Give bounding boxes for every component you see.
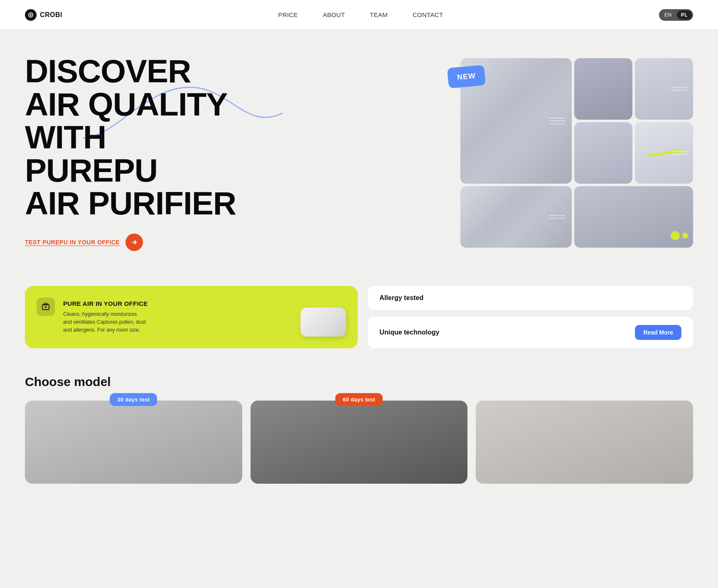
logo-icon [25, 9, 37, 21]
grid-cell-bottom-right [574, 186, 693, 248]
orb-large [671, 231, 680, 240]
svg-rect-3 [44, 303, 47, 305]
grid-cell-bottom-left [460, 186, 572, 248]
nav-links: PRICE ABOUT TEAM CONTACT [278, 11, 443, 19]
grid-cell-mid-right [635, 122, 693, 184]
hero-cta-text[interactable]: TEST PUREPU IN YOUR OFFICE [25, 239, 120, 246]
feature-cards-right: Allergy tested Unique technology Read Mo… [368, 286, 693, 348]
features-section: PURE AIR IN YOUR OFFICE Cleans, hygienic… [0, 276, 718, 358]
orb-decoration [671, 231, 688, 240]
lang-pl-button[interactable]: PL [677, 10, 692, 20]
nav-price[interactable]: PRICE [278, 11, 298, 18]
cell-lines-4 [549, 215, 566, 219]
cta-arrow-button[interactable] [125, 234, 143, 251]
logo[interactable]: CROBI [25, 9, 62, 21]
svg-point-1 [30, 14, 32, 16]
grid-cell-top-right [635, 58, 693, 120]
feature-card-green: PURE AIR IN YOUR OFFICE Cleans, hygienic… [25, 286, 358, 348]
allergy-label: Allergy tested [379, 294, 423, 302]
office-icon [41, 302, 50, 311]
nav-about[interactable]: ABOUT [323, 11, 345, 18]
new-badge: NEW [447, 65, 486, 89]
hero-cta: TEST PUREPU IN YOUR OFFICE [25, 234, 241, 251]
choose-model-section: Choose model 30 days test 60 days test [0, 358, 718, 484]
feature-desc: Cleans, hygienically moisturizes and ven… [63, 310, 146, 334]
hero-section: DISCOVERAIR QUALITYWITH PUREPUAIR PURIFI… [0, 30, 718, 276]
cell-lines [549, 118, 566, 124]
model-card-3[interactable] [476, 401, 693, 484]
grid-cell-mid-mid [574, 122, 632, 184]
lang-en-button[interactable]: EN [660, 10, 676, 20]
grid-cell-top-mid [574, 58, 632, 120]
purifier-shape [300, 308, 346, 337]
tech-label: Unique technology [379, 329, 439, 336]
nav-contact[interactable]: CONTACT [413, 11, 443, 18]
logo-text: CROBI [40, 11, 62, 19]
allergy-card: Allergy tested [368, 286, 693, 310]
navbar: CROBI PRICE ABOUT TEAM CONTACT EN PL [0, 0, 718, 30]
model-card-2[interactable]: 60 days test [251, 401, 468, 484]
orb-small [682, 233, 688, 239]
cell-lines-3 [671, 151, 687, 155]
choose-title: Choose model [25, 375, 693, 389]
tech-card: Unique technology Read More [368, 317, 693, 348]
language-switcher: EN PL [659, 9, 693, 21]
product-image-grid [460, 58, 693, 248]
feature-title: PURE AIR IN YOUR OFFICE [63, 300, 148, 307]
model-badge-2: 60 days test [335, 393, 383, 406]
model-badge-1: 30 days test [110, 393, 157, 406]
read-more-button[interactable]: Read More [635, 325, 681, 340]
hero-right: NEW [460, 58, 693, 248]
hero-left: DISCOVERAIR QUALITYWITH PUREPUAIR PURIFI… [25, 55, 241, 251]
feature-text: PURE AIR IN YOUR OFFICE Cleans, hygienic… [63, 300, 148, 334]
model-cards-grid: 30 days test 60 days test [25, 401, 693, 484]
purifier-image [300, 308, 346, 341]
feature-icon-box [37, 298, 55, 316]
nav-team[interactable]: TEAM [370, 11, 388, 18]
cell-lines-2 [671, 87, 687, 91]
hero-title: DISCOVERAIR QUALITYWITH PUREPUAIR PURIFI… [25, 55, 241, 220]
model-card-1[interactable]: 30 days test [25, 401, 242, 484]
